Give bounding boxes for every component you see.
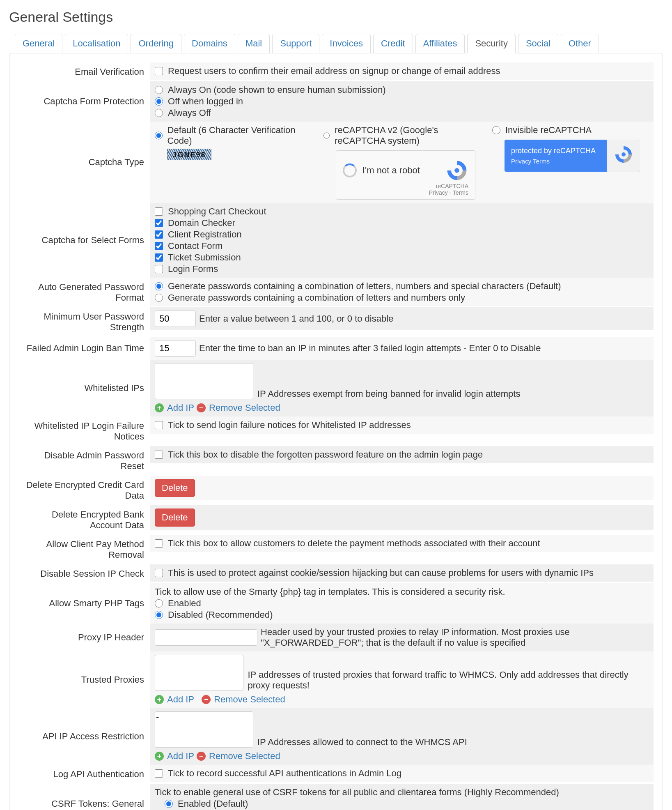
minus-icon: −: [197, 403, 206, 412]
label-min-pwd: Minimum User Password Strength: [18, 307, 150, 337]
radio-captcha-default[interactable]: [155, 131, 163, 140]
radio-pwd-special[interactable]: [155, 282, 163, 290]
label-proxy-header: Proxy IP Header: [18, 624, 150, 651]
checkbox-form-ticket[interactable]: [155, 253, 163, 262]
radio-smarty-disabled[interactable]: [155, 611, 163, 619]
label-log-api: Log API Authentication: [18, 765, 150, 784]
hint-failed-ban: Enter the time to ban an IP in minutes a…: [199, 343, 541, 354]
select-trusted-proxies[interactable]: [155, 655, 243, 691]
tab-affiliates[interactable]: Affiliates: [415, 34, 465, 53]
checkbox-allow-pay-removal[interactable]: [155, 539, 163, 548]
input-proxy-header[interactable]: [155, 629, 257, 646]
svg-point-1: [622, 152, 626, 156]
radio-smarty-enabled[interactable]: [155, 599, 163, 608]
link-add-ip-whitelist[interactable]: Add IP: [167, 403, 194, 413]
checkbox-email-verification[interactable]: [155, 67, 163, 75]
recaptcha-spinner-icon: [343, 163, 357, 177]
label-captcha-type: Captcha Type: [18, 122, 150, 203]
label-whitelisted-ips: Whitelisted IPs: [18, 360, 150, 417]
recaptcha-invisible-badge: protected by reCAPTCHA Privacy Terms: [505, 140, 640, 172]
hint-smarty-php: Tick to allow use of the Smarty {php} ta…: [155, 587, 505, 597]
tab-security[interactable]: Security: [467, 34, 515, 53]
recaptcha-logo-icon: [607, 140, 640, 172]
tab-localisation[interactable]: Localisation: [65, 34, 128, 53]
label-failed-ban: Failed Admin Login Ban Time: [18, 337, 150, 360]
tab-other[interactable]: Other: [561, 34, 599, 53]
tab-general[interactable]: General: [15, 34, 62, 53]
checkbox-form-registration[interactable]: [155, 230, 163, 239]
radio-captcha-off-logged-in[interactable]: [155, 97, 163, 106]
tabs-bar: General Localisation Ordering Domains Ma…: [9, 33, 663, 53]
label-delete-bank: Delete Encrypted Bank Account Data: [18, 505, 150, 535]
link-add-ip-proxies[interactable]: Add IP: [167, 694, 194, 705]
minus-icon: −: [202, 695, 211, 704]
tab-credit[interactable]: Credit: [373, 34, 413, 53]
input-min-pwd[interactable]: [155, 311, 196, 327]
label-api-ip: API IP Access Restriction: [18, 708, 150, 765]
label-trusted-proxies: Trusted Proxies: [18, 651, 150, 708]
checkbox-log-api[interactable]: [155, 769, 163, 778]
recaptcha-v2-widget[interactable]: I'm not a robot reCAPTCHAPrivacy - Terms: [336, 150, 475, 200]
hint-api-ip: IP Addresses allowed to connect to the W…: [257, 737, 467, 748]
link-remove-ip-proxies[interactable]: Remove Selected: [214, 694, 285, 705]
checkbox-disable-pwd-reset[interactable]: [155, 451, 163, 459]
recaptcha-logo-icon: [445, 159, 468, 182]
label-allow-pay-removal: Allow Client Pay Method Removal: [18, 535, 150, 564]
radio-captcha-always-off[interactable]: [155, 109, 163, 117]
radio-captcha-invisible[interactable]: [492, 126, 500, 134]
label-email-verification: Email Verification: [18, 62, 150, 81]
plus-icon: +: [155, 752, 164, 761]
captcha-sample-image: JGNE98: [167, 149, 211, 160]
tab-domains[interactable]: Domains: [184, 34, 235, 53]
checkbox-whitelist-notice[interactable]: [155, 421, 163, 429]
checkbox-form-cart[interactable]: [155, 207, 163, 216]
link-remove-ip-api[interactable]: Remove Selected: [209, 751, 280, 762]
label-smarty-php: Allow Smarty PHP Tags: [18, 583, 150, 624]
label-csrf-general: CSRF Tokens: General: [18, 784, 150, 810]
tab-ordering[interactable]: Ordering: [131, 34, 181, 53]
page-title: General Settings: [9, 9, 663, 25]
input-failed-ban[interactable]: [155, 340, 196, 357]
label-disable-pwd-reset: Disable Admin Password Reset: [18, 446, 150, 476]
checkbox-disable-session-ip[interactable]: [155, 569, 163, 577]
tab-support[interactable]: Support: [272, 34, 319, 53]
radio-captcha-v2[interactable]: [323, 131, 330, 140]
hint-min-pwd: Enter a value between 1 and 100, or 0 to…: [199, 313, 393, 324]
hint-trusted-proxies: IP addresses of trusted proxies that for…: [248, 670, 649, 691]
tab-mail[interactable]: Mail: [238, 34, 270, 53]
label-captcha-protection: Captcha Form Protection: [18, 81, 150, 122]
tab-invoices[interactable]: Invoices: [322, 34, 371, 53]
settings-panel: Email Verification Request users to conf…: [9, 53, 663, 810]
hint-whitelisted-ips: IP Addresses exempt from being banned fo…: [257, 389, 520, 399]
text-email-verification: Request users to confirm their email add…: [168, 66, 500, 76]
checkbox-form-domain[interactable]: [155, 219, 163, 227]
radio-pwd-alnum[interactable]: [155, 294, 163, 302]
plus-icon: +: [155, 695, 164, 704]
select-api-ip[interactable]: -: [155, 711, 253, 748]
label-auto-pwd: Auto Generated Password Format: [18, 278, 150, 307]
radio-csrf-general-enabled[interactable]: [165, 800, 173, 808]
plus-icon: +: [155, 403, 164, 412]
hint-csrf-general: Tick to enable general use of CSRF token…: [155, 787, 559, 798]
label-delete-cc: Delete Encrypted Credit Card Data: [18, 476, 150, 505]
label-whitelist-notice: Whitelisted IP Login Failure Notices: [18, 417, 150, 446]
checkbox-form-login[interactable]: [155, 265, 163, 273]
hint-proxy-header: Header used by your trusted proxies to r…: [261, 627, 649, 648]
minus-icon: −: [197, 752, 206, 761]
svg-point-0: [454, 168, 459, 173]
link-add-ip-api[interactable]: Add IP: [167, 751, 194, 762]
radio-captcha-always-on[interactable]: [155, 86, 163, 94]
label-captcha-forms: Captcha for Select Forms: [18, 203, 150, 278]
link-remove-ip-whitelist[interactable]: Remove Selected: [209, 403, 280, 413]
tab-social[interactable]: Social: [518, 34, 558, 53]
checkbox-form-contact[interactable]: [155, 242, 163, 250]
delete-bank-button[interactable]: Delete: [155, 509, 195, 527]
delete-cc-button[interactable]: Delete: [155, 479, 195, 497]
select-whitelisted-ips[interactable]: [155, 363, 253, 399]
label-disable-session-ip: Disable Session IP Check: [18, 564, 150, 583]
